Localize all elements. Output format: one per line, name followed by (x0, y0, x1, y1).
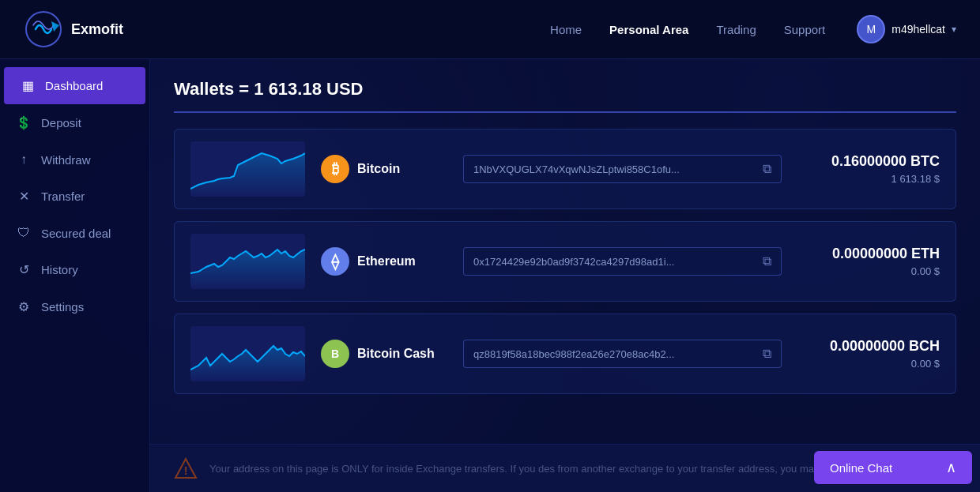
brand-name: Exmofit (71, 21, 123, 38)
eth-address: 0x1724429e92b0ad9f3742ca4297d98ad1i... (473, 256, 756, 268)
wallet-card-bch: B Bitcoin Cash qz8819f58a18bec988f2ea26e… (174, 314, 956, 394)
withdraw-icon: ↑ (16, 152, 32, 167)
online-chat-label: Online Chat (830, 461, 892, 475)
bch-balance-usd: 0.00 $ (797, 358, 940, 370)
bch-chart (190, 326, 305, 381)
history-icon: ↺ (16, 262, 32, 277)
nav-personal-area[interactable]: Personal Area (609, 23, 688, 36)
btc-coin-info: ₿ Bitcoin (321, 155, 447, 183)
sidebar-item-withdraw[interactable]: ↑ Withdraw (0, 141, 149, 178)
avatar: M (857, 15, 885, 43)
nav-links: Home Personal Area Trading Support (550, 23, 825, 36)
btc-balance: 0.16000000 BTC 1 613.18 $ (797, 153, 940, 185)
sidebar-item-settings[interactable]: ⚙ Settings (0, 288, 149, 325)
wallet-card-btc: ₿ Bitcoin 1NbVXQUGLX74vXqwNJsZLptwi858C1… (174, 129, 956, 209)
eth-copy-icon[interactable]: ⧉ (763, 254, 771, 269)
brand: Exmofit (24, 9, 123, 49)
btc-address-field: 1NbVXQUGLX74vXqwNJsZLptwi858C1ofu... ⧉ (463, 155, 782, 183)
btc-copy-icon[interactable]: ⧉ (763, 162, 771, 176)
eth-balance: 0.00000000 ETH 0.00 $ (797, 246, 940, 277)
btc-icon: ₿ (321, 155, 349, 183)
eth-icon: ⟠ (321, 247, 349, 276)
username: m49hellcat (891, 23, 945, 36)
nav-trading[interactable]: Trading (716, 23, 756, 36)
bch-address-field: qz8819f58a18bec988f2ea26e270e8ac4b2... ⧉ (463, 340, 782, 368)
nav-support[interactable]: Support (784, 23, 826, 36)
eth-balance-usd: 0.00 $ (797, 265, 940, 277)
btc-balance-crypto: 0.16000000 BTC (797, 153, 940, 170)
sidebar-item-dashboard[interactable]: ▦ Dashboard (4, 67, 145, 104)
bch-balance-crypto: 0.00000000 BCH (797, 338, 940, 355)
logo-icon (24, 9, 63, 49)
deposit-icon: 💲 (16, 115, 32, 130)
eth-name: Ethereum (357, 254, 416, 269)
settings-icon: ⚙ (16, 299, 32, 314)
sidebar-item-secured-deal[interactable]: 🛡 Secured deal (0, 215, 149, 251)
chat-chevron-up-icon: ∧ (946, 459, 956, 476)
svg-marker-1 (51, 21, 59, 32)
main-content: Wallets = 1 613.18 USD ₿ Bitcoin (150, 59, 980, 492)
wallet-card-eth: ⟠ Ethereum 0x1724429e92b0ad9f3742ca4297d… (174, 221, 956, 302)
sidebar-item-transfer[interactable]: ✕ Transfer (0, 178, 149, 215)
nav-home[interactable]: Home (550, 23, 582, 36)
page-title: Wallets = 1 613.18 USD (174, 79, 956, 113)
dashboard-icon: ▦ (20, 78, 36, 93)
eth-address-field: 0x1724429e92b0ad9f3742ca4297d98ad1i... ⧉ (463, 247, 782, 276)
sidebar-item-history[interactable]: ↺ History (0, 251, 149, 288)
secured-deal-icon: 🛡 (16, 226, 32, 240)
chevron-down-icon: ▾ (952, 24, 956, 35)
btc-name: Bitcoin (357, 162, 400, 176)
eth-chart (190, 234, 305, 289)
main-layout: ▦ Dashboard 💲 Deposit ↑ Withdraw ✕ Trans… (0, 59, 980, 492)
sidebar-item-deposit[interactable]: 💲 Deposit (0, 104, 149, 141)
sidebar: ▦ Dashboard 💲 Deposit ↑ Withdraw ✕ Trans… (0, 59, 150, 492)
bch-coin-info: B Bitcoin Cash (321, 340, 447, 368)
transfer-icon: ✕ (16, 189, 32, 204)
btc-balance-usd: 1 613.18 $ (797, 173, 940, 185)
bch-address: qz8819f58a18bec988f2ea26e270e8ac4b2... (473, 348, 756, 360)
btc-chart (190, 141, 305, 197)
bch-name: Bitcoin Cash (357, 347, 435, 361)
bch-icon: B (321, 340, 349, 368)
eth-coin-info: ⟠ Ethereum (321, 247, 447, 276)
eth-balance-crypto: 0.00000000 ETH (797, 246, 940, 262)
online-chat-button[interactable]: Online Chat ∧ (814, 451, 972, 484)
bch-balance: 0.00000000 BCH 0.00 $ (797, 338, 940, 370)
navbar: Exmofit Home Personal Area Trading Suppo… (0, 0, 980, 59)
user-menu[interactable]: M m49hellcat ▾ (857, 15, 956, 43)
bch-copy-icon[interactable]: ⧉ (763, 347, 771, 361)
btc-address: 1NbVXQUGLX74vXqwNJsZLptwi858C1ofu... (473, 163, 756, 175)
